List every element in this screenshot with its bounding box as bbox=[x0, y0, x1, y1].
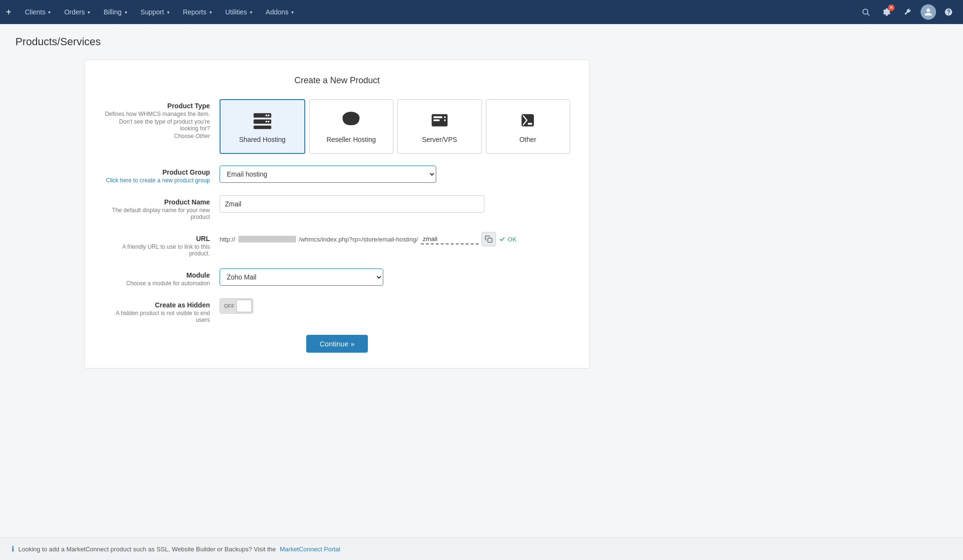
product-type-cards: Shared Hosting Reseller Hosting bbox=[220, 99, 570, 154]
nav-orders[interactable]: Orders ▾ bbox=[58, 0, 96, 24]
url-blurred-domain bbox=[238, 236, 296, 242]
hidden-label-col: Create as Hidden A hidden product is not… bbox=[104, 298, 220, 323]
nav-items: Clients ▾ Orders ▾ Billing ▾ Support ▾ R… bbox=[19, 0, 857, 24]
create-product-group-link[interactable]: Click here to create a new product group bbox=[106, 177, 210, 184]
create-as-hidden-row: Create as Hidden A hidden product is not… bbox=[104, 298, 570, 323]
toggle-off-label: OFF bbox=[224, 303, 234, 309]
product-type-label: Product Type bbox=[104, 102, 210, 110]
chevron-down-icon: ▾ bbox=[291, 10, 294, 15]
other-link[interactable]: Other bbox=[195, 133, 210, 140]
page-content: Products/Services Create a New Product P… bbox=[0, 24, 674, 380]
chevron-down-icon: ▾ bbox=[167, 10, 169, 15]
toggle-thumb bbox=[236, 300, 252, 312]
help-icon bbox=[944, 8, 953, 16]
module-select[interactable]: Zoho Mail None bbox=[220, 268, 383, 286]
chevron-down-icon: ▾ bbox=[48, 10, 51, 15]
url-ok-indicator: OK bbox=[499, 236, 517, 243]
url-copy-button[interactable] bbox=[482, 232, 496, 246]
shared-hosting-icon bbox=[252, 110, 273, 131]
hidden-label: Create as Hidden bbox=[104, 301, 210, 309]
continue-button[interactable]: Continue » bbox=[306, 335, 368, 353]
product-group-input-col: Email hosting Web hosting bbox=[220, 165, 570, 183]
product-type-grid: Shared Hosting Reseller Hosting bbox=[220, 99, 570, 154]
check-icon bbox=[499, 236, 506, 242]
settings-button[interactable]: ✕ bbox=[878, 3, 896, 21]
svg-point-0 bbox=[863, 9, 868, 14]
product-type-other[interactable]: Other bbox=[486, 99, 571, 154]
nav-addons[interactable]: Addons ▾ bbox=[260, 0, 299, 24]
continue-section: Continue » bbox=[104, 335, 570, 353]
svg-point-14 bbox=[444, 116, 446, 118]
chevron-down-icon: ▾ bbox=[250, 10, 252, 15]
url-input-col: http:// /whmcs/index.php?rp=/store/email… bbox=[220, 232, 570, 246]
toggle-wrapper: OFF bbox=[220, 298, 570, 314]
other-icon bbox=[517, 110, 538, 131]
create-product-form: Create a New Product Product Type Define… bbox=[84, 60, 590, 369]
wrench-button[interactable] bbox=[899, 3, 917, 21]
product-group-link: Click here to create a new product group bbox=[104, 177, 210, 184]
product-type-shared-hosting[interactable]: Shared Hosting bbox=[220, 99, 305, 154]
help-button[interactable] bbox=[940, 3, 957, 21]
nav-reports[interactable]: Reports ▾ bbox=[177, 0, 218, 24]
url-row: URL A friendly URL to use to link to thi… bbox=[104, 232, 570, 257]
reseller-hosting-icon bbox=[340, 110, 362, 131]
product-type-server-vps[interactable]: Server/VPS bbox=[397, 99, 482, 154]
copy-icon bbox=[485, 235, 493, 243]
product-type-sublabel2: Don't see the type of product you're loo… bbox=[104, 118, 210, 132]
url-slug-input[interactable] bbox=[421, 234, 479, 244]
svg-point-8 bbox=[265, 121, 267, 123]
notification-badge: ✕ bbox=[888, 4, 895, 11]
module-input-col: Zoho Mail None bbox=[220, 268, 570, 286]
page-title: Products/Services bbox=[15, 36, 659, 48]
server-vps-label: Server/VPS bbox=[422, 136, 457, 143]
product-type-row: Product Type Defines how WHMCS manages t… bbox=[104, 99, 570, 154]
url-label: URL bbox=[104, 235, 210, 242]
url-sublabel: A friendly URL to use to link to this pr… bbox=[104, 243, 210, 257]
other-label: Other bbox=[520, 136, 536, 143]
product-type-sublabel1: Defines how WHMCS manages the item. bbox=[104, 111, 210, 117]
form-section-title: Create a New Product bbox=[104, 76, 570, 86]
chevron-down-icon: ▾ bbox=[88, 10, 90, 15]
svg-rect-13 bbox=[433, 119, 440, 121]
product-group-row: Product Group Click here to create a new… bbox=[104, 165, 570, 184]
search-button[interactable] bbox=[857, 3, 874, 21]
nav-support[interactable]: Support ▾ bbox=[135, 0, 175, 24]
product-group-select[interactable]: Email hosting Web hosting bbox=[220, 165, 436, 183]
user-icon bbox=[924, 8, 933, 16]
svg-point-6 bbox=[265, 115, 267, 116]
svg-rect-17 bbox=[528, 123, 532, 125]
module-row: Module Choose a module for automation Zo… bbox=[104, 268, 570, 287]
product-type-label-col: Product Type Defines how WHMCS manages t… bbox=[104, 99, 220, 140]
product-group-label: Product Group bbox=[104, 168, 210, 176]
shared-hosting-label: Shared Hosting bbox=[239, 136, 286, 143]
user-avatar[interactable] bbox=[921, 4, 936, 20]
svg-rect-12 bbox=[433, 116, 442, 118]
search-icon bbox=[861, 8, 870, 16]
module-label-col: Module Choose a module for automation bbox=[104, 268, 220, 287]
nav-billing[interactable]: Billing ▾ bbox=[98, 0, 132, 24]
product-group-label-col: Product Group Click here to create a new… bbox=[104, 165, 220, 184]
module-label: Module bbox=[104, 271, 210, 279]
product-name-input[interactable] bbox=[220, 195, 484, 213]
product-type-reseller-hosting[interactable]: Reseller Hosting bbox=[309, 99, 394, 154]
product-name-label-col: Product Name The default display name fo… bbox=[104, 195, 220, 220]
svg-point-15 bbox=[444, 119, 446, 121]
product-name-input-col bbox=[220, 195, 570, 213]
wrench-icon bbox=[904, 8, 912, 16]
hidden-toggle[interactable]: OFF bbox=[220, 298, 253, 314]
nav-right: ✕ bbox=[857, 3, 957, 21]
product-name-row: Product Name The default display name fo… bbox=[104, 195, 570, 220]
url-ok-text: OK bbox=[508, 236, 517, 243]
chevron-down-icon: ▾ bbox=[125, 10, 127, 15]
hidden-input-col: OFF bbox=[220, 298, 570, 314]
product-type-sublabel3: Choose Other bbox=[104, 133, 210, 140]
plus-button[interactable]: + bbox=[6, 7, 12, 18]
nav-clients[interactable]: Clients ▾ bbox=[19, 0, 57, 24]
svg-point-5 bbox=[268, 115, 270, 116]
url-prefix: http:// bbox=[220, 236, 235, 243]
svg-line-1 bbox=[867, 13, 869, 15]
svg-point-7 bbox=[268, 121, 270, 123]
nav-utilities[interactable]: Utilities ▾ bbox=[220, 0, 258, 24]
svg-rect-4 bbox=[253, 126, 271, 129]
reseller-hosting-label: Reseller Hosting bbox=[326, 136, 376, 143]
